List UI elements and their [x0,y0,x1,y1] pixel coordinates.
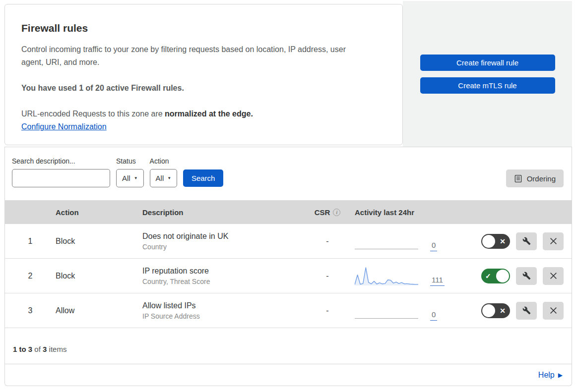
column-header-csr: CSR i [315,208,341,217]
pagination-range: 1 to 3 [13,345,32,353]
check-icon: ✓ [485,273,491,280]
table-header: Action Description CSR i Activity last 2… [5,200,572,224]
normalization-text: URL-encoded Requests to this zone are [21,110,165,118]
create-firewall-rule-button[interactable]: Create firewall rule [420,55,555,71]
search-box [12,169,110,187]
delete-rule-button[interactable] [543,232,564,250]
activity-count-link[interactable]: 111 [430,276,445,286]
chevron-down-icon: ▼ [134,176,138,180]
rule-criteria: Country [142,243,300,251]
column-header-description: Description [142,208,300,217]
page-title: Firewall rules [21,22,373,34]
table-row: 1 Block Does not originate in UK Country… [5,224,572,259]
rule-priority: 2 [28,272,33,280]
filter-bar: Search description... Status All ▼ Actio… [5,147,572,200]
help-bar: Help ▶ [4,364,572,386]
page-description: Control incoming traffic to your zone by… [21,43,369,69]
wrench-icon [522,306,531,315]
search-label: Search description... [12,157,110,165]
x-icon: ✕ [500,307,506,314]
status-dropdown[interactable]: All ▼ [116,169,144,187]
activity-sparkline-flat [355,318,418,319]
rules-card: Search description... Status All ▼ Actio… [4,147,572,364]
chevron-down-icon: ▼ [167,176,171,180]
rule-csr-value: - [326,306,328,315]
usage-notice: You have used 1 of 20 active Firewall ru… [21,82,369,95]
status-dropdown-value: All [122,174,130,182]
edit-rule-button[interactable] [516,232,537,250]
rule-description: Allow listed IPs [142,301,300,310]
help-link[interactable]: Help ▶ [538,371,563,380]
ordering-button-label: Ordering [527,174,556,183]
pagination-of: of [34,345,41,353]
activity-sparkline-flat [355,249,418,249]
csr-header-label: CSR [315,208,330,217]
ordering-button[interactable]: Ordering [506,169,564,187]
action-dropdown-value: All [156,174,164,182]
close-icon [550,272,557,280]
pagination-summary: 1 to 3 of 3 items [5,328,572,364]
rule-description: Does not originate in UK [142,232,300,241]
action-dropdown[interactable]: All ▼ [150,169,178,187]
table-row: 3 Allow Allow listed IPs IP Source Addre… [5,293,572,328]
rule-priority: 3 [28,306,33,315]
close-icon [550,237,557,245]
search-button[interactable]: Search [183,169,223,187]
configure-normalization-link[interactable]: Configure Normalization [21,122,107,131]
help-label: Help [538,371,555,380]
intro-card: Firewall rules Control incoming traffic … [4,4,403,145]
normalization-bold: normalized at the edge. [165,110,253,118]
column-header-action: Action [56,208,142,217]
wrench-icon [522,272,531,280]
edit-rule-button[interactable] [516,267,537,285]
toggle-knob [482,304,495,317]
action-label: Action [150,157,178,165]
toggle-knob [482,235,495,248]
actions-panel: Create firewall rule Create mTLS rule [403,1,572,147]
rule-enable-toggle[interactable]: ✓ ✕ [481,234,510,249]
info-icon[interactable]: i [333,209,340,216]
normalization-notice: URL-encoded Requests to this zone are no… [21,108,369,120]
rule-action: Block [56,272,142,280]
top-section: Firewall rules Control incoming traffic … [0,0,576,147]
x-icon: ✕ [500,238,506,245]
rule-enable-toggle[interactable]: ✓ ✕ [481,303,510,318]
activity-count-link[interactable]: 0 [430,310,437,321]
delete-rule-button[interactable] [543,302,564,320]
status-label: Status [116,157,144,165]
close-icon [550,307,557,314]
rule-enable-toggle[interactable]: ✓ ✕ [481,269,510,283]
table-row: 2 Block IP reputation score Country, Thr… [5,259,572,293]
column-header-activity: Activity last 24hr [355,208,469,217]
rule-csr-value: - [326,237,328,246]
rule-action: Allow [56,306,142,315]
wrench-icon [522,237,531,245]
toggle-knob [496,270,509,282]
pagination-total: 3 [43,345,47,353]
list-document-icon [514,174,522,183]
activity-count-link[interactable]: 0 [430,241,437,251]
rule-criteria: IP Source Address [142,312,300,320]
rule-priority: 1 [28,237,33,246]
search-input[interactable] [20,169,110,187]
edit-rule-button[interactable] [516,302,537,320]
rule-csr-value: - [326,272,328,280]
rule-criteria: Country, Threat Score [142,278,300,285]
activity-sparkline-chart [355,265,418,286]
rule-description: IP reputation score [142,267,300,276]
rule-action: Block [56,237,142,246]
right-triangle-icon: ▶ [558,372,563,379]
delete-rule-button[interactable] [543,267,564,285]
create-mtls-rule-button[interactable]: Create mTLS rule [420,77,555,94]
pagination-items: items [49,345,67,353]
